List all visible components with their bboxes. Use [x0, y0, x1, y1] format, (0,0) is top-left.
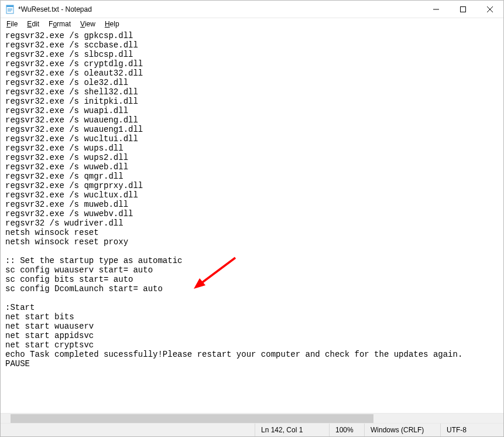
- menu-edit[interactable]: Edit: [23, 19, 43, 29]
- menu-view[interactable]: View: [77, 19, 99, 29]
- close-button[interactable]: [476, 1, 503, 18]
- editor-container: regsvr32.exe /s gpkcsp.dll regsvr32.exe …: [1, 30, 503, 413]
- status-zoom: 100%: [329, 424, 364, 436]
- notepad-icon: [5, 5, 15, 14]
- status-position: Ln 142, Col 1: [255, 424, 329, 436]
- minimize-button[interactable]: [423, 1, 450, 18]
- menu-file[interactable]: File: [3, 19, 21, 29]
- text-editor[interactable]: regsvr32.exe /s gpkcsp.dll regsvr32.exe …: [1, 30, 503, 413]
- svg-rect-6: [461, 6, 466, 12]
- window-title: *WuReset.txt - Notepad: [18, 5, 92, 13]
- status-line-ending: Windows (CRLF): [364, 424, 440, 436]
- maximize-button[interactable]: [450, 1, 476, 18]
- menu-help[interactable]: Help: [101, 19, 123, 29]
- scrollbar-thumb[interactable]: [11, 414, 373, 423]
- status-spacer: [1, 424, 255, 436]
- titlebar: *WuReset.txt - Notepad: [1, 1, 503, 18]
- svg-rect-1: [6, 5, 13, 7]
- menu-format[interactable]: Format: [45, 19, 74, 29]
- menubar: File Edit Format View Help: [1, 18, 503, 30]
- status-encoding: UTF-8: [440, 424, 503, 436]
- horizontal-scrollbar[interactable]: [1, 413, 503, 423]
- statusbar: Ln 142, Col 1 100% Windows (CRLF) UTF-8: [1, 423, 503, 436]
